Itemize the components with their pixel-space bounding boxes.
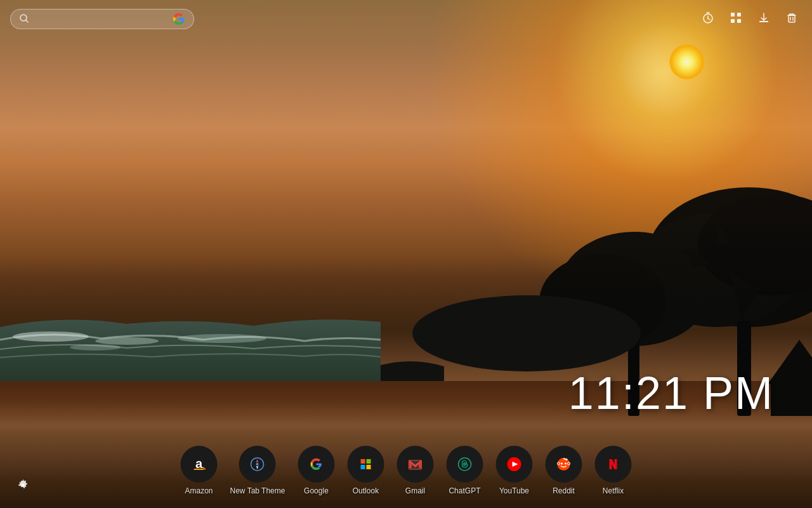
svg-marker-8 bbox=[768, 340, 812, 384]
app-icon-reddit bbox=[545, 446, 582, 483]
svg-rect-29 bbox=[194, 469, 204, 470]
svg-point-12 bbox=[178, 334, 266, 343]
download-icon-btn[interactable] bbox=[754, 8, 774, 28]
svg-point-53 bbox=[565, 458, 567, 460]
clock-display: 11:21 PM bbox=[568, 367, 774, 419]
svg-rect-39 bbox=[360, 465, 365, 469]
app-icon-youtube bbox=[495, 446, 532, 483]
sun bbox=[669, 44, 704, 79]
app-icon-chatgpt bbox=[446, 446, 483, 483]
app-label-google: Google bbox=[304, 486, 329, 495]
svg-rect-20 bbox=[731, 13, 735, 17]
app-item-youtube[interactable]: YouTube bbox=[495, 446, 532, 495]
svg-rect-38 bbox=[366, 459, 370, 464]
svg-rect-24 bbox=[789, 15, 795, 22]
app-label-amazon: Amazon bbox=[185, 486, 213, 495]
app-item-amazon[interactable]: a Amazon bbox=[181, 446, 218, 495]
top-bar bbox=[0, 0, 812, 38]
app-item-reddit[interactable]: Reddit bbox=[545, 446, 582, 495]
app-icon-newtab bbox=[239, 446, 276, 483]
svg-point-7 bbox=[412, 295, 641, 371]
timer-icon-btn[interactable] bbox=[698, 8, 718, 28]
svg-point-54 bbox=[561, 463, 563, 465]
svg-text:a: a bbox=[195, 457, 203, 471]
svg-point-57 bbox=[567, 462, 570, 465]
svg-point-51 bbox=[558, 459, 568, 469]
app-label-reddit: Reddit bbox=[553, 486, 575, 495]
app-item-netflix[interactable]: Netflix bbox=[594, 446, 631, 495]
svg-point-11 bbox=[95, 337, 159, 345]
svg-rect-40 bbox=[366, 465, 370, 469]
search-box[interactable] bbox=[10, 9, 194, 29]
svg-point-13 bbox=[70, 344, 121, 351]
app-item-chatgpt[interactable]: ChatGPT bbox=[446, 446, 483, 495]
svg-rect-23 bbox=[737, 19, 741, 23]
svg-line-15 bbox=[26, 20, 28, 22]
app-icon-outlook bbox=[347, 446, 384, 483]
app-label-netflix: Netflix bbox=[603, 486, 624, 495]
svg-point-10 bbox=[13, 331, 89, 342]
app-label-chatgpt: ChatGPT bbox=[449, 486, 480, 495]
svg-rect-36 bbox=[355, 454, 376, 474]
app-item-google[interactable]: Google bbox=[298, 446, 334, 495]
google-logo bbox=[173, 13, 185, 25]
settings-button[interactable] bbox=[13, 475, 33, 495]
app-icon-gmail bbox=[396, 446, 433, 483]
svg-rect-21 bbox=[737, 13, 741, 17]
search-icon bbox=[20, 14, 29, 25]
app-dock: a Amazon New Tab Theme bbox=[181, 446, 632, 495]
svg-rect-9 bbox=[771, 384, 812, 416]
trash-icon-btn[interactable] bbox=[782, 8, 802, 28]
app-item-outlook[interactable]: Outlook bbox=[347, 446, 384, 495]
svg-line-18 bbox=[708, 18, 710, 20]
search-input[interactable] bbox=[34, 14, 168, 24]
app-label-newtab: New Tab Theme bbox=[230, 486, 285, 495]
app-label-youtube: YouTube bbox=[499, 486, 529, 495]
app-icon-netflix bbox=[594, 446, 631, 483]
app-item-newtab[interactable]: New Tab Theme bbox=[230, 446, 285, 495]
svg-point-55 bbox=[565, 463, 566, 465]
app-label-outlook: Outlook bbox=[353, 486, 379, 495]
svg-rect-22 bbox=[731, 19, 735, 23]
svg-rect-37 bbox=[360, 459, 365, 464]
app-icon-amazon: a bbox=[181, 446, 218, 483]
svg-point-34 bbox=[256, 463, 259, 465]
svg-point-56 bbox=[557, 462, 560, 465]
app-icon-google bbox=[298, 446, 334, 483]
grid-icon-btn[interactable] bbox=[726, 8, 746, 28]
app-label-gmail: Gmail bbox=[405, 486, 425, 495]
top-right-icons bbox=[698, 8, 802, 28]
app-item-gmail[interactable]: Gmail bbox=[396, 446, 433, 495]
svg-point-45 bbox=[462, 462, 466, 466]
